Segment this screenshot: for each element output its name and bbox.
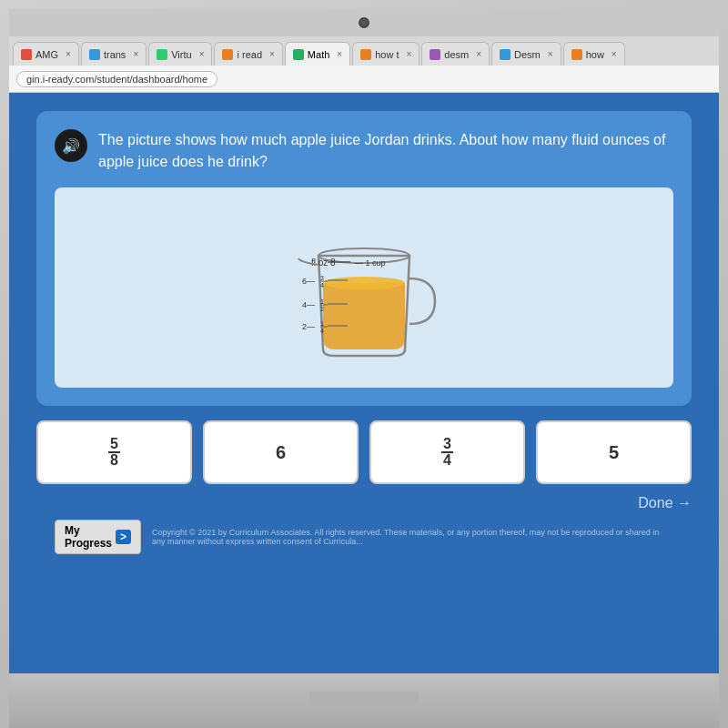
svg-text:4: 4 — [320, 328, 324, 334]
tab-howt[interactable]: how t × — [352, 42, 420, 66]
monitor-stand-area — [9, 673, 719, 728]
svg-text:1: 1 — [320, 320, 324, 327]
tab-trans[interactable]: trans × — [81, 42, 147, 66]
done-label: Done → — [638, 495, 692, 511]
tab-icon-howt — [360, 49, 371, 60]
tab-amg[interactable]: AMG × — [13, 42, 79, 66]
copyright-text: Copyright © 2021 by Curriculum Associate… — [152, 528, 673, 546]
tab-icon-desm2 — [500, 49, 511, 60]
done-row: Done → — [36, 495, 692, 511]
footer-bar: My Progress > Copyright © 2021 by Curric… — [36, 519, 692, 555]
answer-d[interactable]: 5 — [536, 420, 692, 484]
question-card: 🔊 The picture shows how much apple juice… — [36, 111, 692, 406]
answer-c-fraction: 3 4 — [441, 437, 453, 468]
svg-text:4—: 4— — [302, 300, 315, 309]
svg-text:6—: 6— — [302, 277, 315, 286]
measuring-cup-container: fl oz 8 — 1 cup 6— 3 4 — [282, 206, 446, 369]
progress-arrow-icon: > — [116, 530, 131, 544]
tab-icon-trans — [89, 49, 100, 60]
svg-text:fl oz 8: fl oz 8 — [311, 258, 336, 268]
speaker-button[interactable]: 🔊 — [55, 129, 87, 162]
question-text: The picture shows how much apple juice J… — [98, 129, 673, 173]
svg-text:3: 3 — [320, 275, 324, 281]
my-progress-label: My Progress — [65, 524, 112, 550]
tab-math[interactable]: Math × — [285, 42, 350, 66]
tab-icon-iread — [222, 49, 233, 60]
svg-text:— 1 cup: — 1 cup — [355, 258, 386, 268]
speaker-icon: 🔊 — [62, 137, 80, 155]
svg-text:2—: 2— — [302, 322, 315, 331]
address-bar: gin.i-ready.com/student/dashboard/home — [9, 66, 719, 93]
tab-icon-how — [571, 49, 582, 60]
illustration-area: fl oz 8 — 1 cup 6— 3 4 — [55, 187, 673, 388]
svg-point-1 — [323, 277, 405, 289]
answers-row: 5 8 6 3 4 5 — [36, 420, 692, 484]
answer-a[interactable]: 5 8 — [36, 420, 192, 484]
measuring-cup-svg: fl oz 8 — 1 cup 6— 3 4 — [282, 206, 446, 369]
tab-icon-virtu — [157, 49, 167, 60]
browser: AMG × trans × Virtu × i read × — [9, 36, 719, 673]
monitor: AMG × trans × Virtu × i read × — [0, 0, 728, 728]
answer-b[interactable]: 6 — [203, 420, 359, 484]
tab-icon-desm1 — [430, 49, 440, 60]
my-progress-button[interactable]: My Progress > — [55, 520, 141, 554]
answer-a-fraction: 5 8 — [108, 437, 120, 468]
tab-virtu[interactable]: Virtu × — [148, 42, 212, 66]
tab-how[interactable]: how × — [563, 42, 625, 66]
camera — [359, 17, 369, 28]
question-header: 🔊 The picture shows how much apple juice… — [55, 129, 673, 173]
svg-text:1: 1 — [320, 298, 324, 305]
answer-b-value: 6 — [276, 442, 286, 463]
top-bar — [9, 9, 719, 36]
tab-desm1[interactable]: desm × — [421, 42, 490, 66]
tab-icon-amg — [21, 49, 32, 60]
answer-c[interactable]: 3 4 — [369, 420, 525, 484]
svg-text:2: 2 — [320, 306, 324, 312]
url-display[interactable]: gin.i-ready.com/student/dashboard/home — [16, 71, 217, 87]
tabs-bar: AMG × trans × Virtu × i read × — [9, 36, 719, 66]
tab-iread[interactable]: i read × — [214, 42, 282, 66]
answer-d-value: 5 — [609, 442, 619, 463]
svg-text:4: 4 — [320, 282, 324, 288]
tab-icon-math — [293, 49, 304, 60]
content-area: 🔊 The picture shows how much apple juice… — [9, 93, 719, 673]
done-button[interactable]: Done → — [638, 495, 692, 511]
screen: AMG × trans × Virtu × i read × — [9, 9, 719, 673]
tab-desm2[interactable]: Desm × — [491, 42, 561, 66]
monitor-stand — [309, 692, 419, 710]
